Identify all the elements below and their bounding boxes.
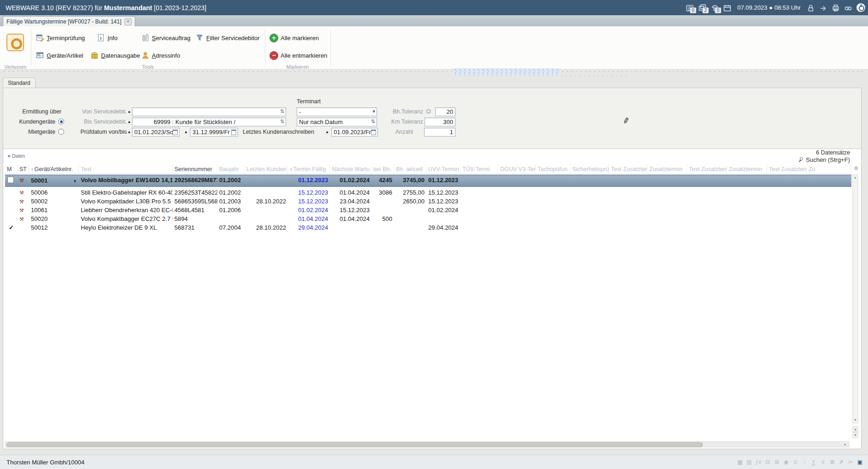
cell-z3[interactable] bbox=[807, 197, 851, 206]
cell-sicherheit[interactable] bbox=[570, 197, 609, 206]
row-checkbox[interactable] bbox=[7, 177, 14, 183]
cell-geraet[interactable]: 50001 bbox=[29, 175, 79, 186]
cell-text[interactable]: Still Elektro-Gabelstapler RX 60-40 4 bbox=[79, 188, 173, 197]
cell-tz3[interactable] bbox=[767, 175, 807, 186]
column-header-z2[interactable]: Zusatztermin bbox=[727, 164, 767, 174]
cell-serien[interactable]: 2356253T45822 bbox=[173, 188, 217, 197]
datenausgabe-button[interactable]: Datenausgabe bbox=[90, 50, 140, 60]
cell-baujahr[interactable]: 07.2004 bbox=[217, 223, 245, 232]
binoculars-icon[interactable] bbox=[844, 4, 852, 12]
horizontal-scrollbar[interactable] bbox=[5, 441, 849, 447]
scroll-up-icon[interactable] bbox=[853, 175, 858, 180]
cell-tuev[interactable] bbox=[461, 197, 498, 206]
cell-tz1[interactable] bbox=[609, 223, 647, 232]
cell-z3[interactable] bbox=[807, 223, 851, 232]
cell-tuev[interactable] bbox=[461, 206, 498, 214]
cell-baujahr[interactable]: 01.2006 bbox=[217, 206, 245, 214]
cell-tuev[interactable] bbox=[461, 223, 498, 232]
cell-dguv[interactable] bbox=[498, 175, 536, 186]
pruefdatum-von-field[interactable]: 01.01.2023/So bbox=[132, 128, 180, 137]
info-button[interactable]: i Info bbox=[97, 33, 118, 43]
cell-z2[interactable] bbox=[727, 175, 767, 186]
cell-uvv[interactable]: 01.02.2024 bbox=[426, 206, 461, 214]
cell-z1[interactable] bbox=[647, 188, 687, 197]
cell-letztes[interactable]: 28.10.2022 bbox=[245, 223, 288, 232]
table-row[interactable]: 50001Volvo Mobilbagger EW140D 14,1-15,29… bbox=[5, 175, 851, 187]
cell-dguv[interactable] bbox=[498, 206, 536, 214]
cell-naechste[interactable]: 15.12.2023 bbox=[330, 206, 371, 214]
adressinfo-button[interactable]: Adressinfo bbox=[141, 50, 180, 60]
cell-tz2[interactable] bbox=[687, 175, 727, 186]
cell-z2[interactable] bbox=[727, 214, 767, 223]
tab-standard[interactable]: Standard bbox=[3, 77, 36, 88]
cell-z1[interactable] bbox=[647, 206, 687, 214]
cell-text[interactable]: Volvo Kompaktbagger EC27C 2.7 t bbox=[79, 214, 173, 223]
cell-tz2[interactable] bbox=[687, 206, 727, 214]
cell-tz2[interactable] bbox=[687, 214, 727, 223]
cell-letztes[interactable] bbox=[245, 214, 288, 223]
table-row[interactable]: ✓50012Heylo Elektroheizer DE 9 XL5687310… bbox=[5, 223, 851, 232]
cell-uvv[interactable] bbox=[426, 214, 461, 223]
scroll-down-icon[interactable] bbox=[853, 417, 858, 423]
horizontal-scrollbar-thumb[interactable] bbox=[6, 442, 703, 447]
cell-tz3[interactable] bbox=[767, 214, 807, 223]
cell-sicherheit[interactable] bbox=[570, 175, 609, 186]
cell-bh_aktuell[interactable] bbox=[394, 223, 426, 232]
column-header-serien[interactable]: Seriennummer bbox=[173, 164, 217, 174]
collapse-icon[interactable]: ⊟ bbox=[764, 459, 771, 465]
cell-z3[interactable] bbox=[807, 188, 851, 197]
table-row[interactable]: 50006Still Elektro-Gabelstapler RX 60-40… bbox=[5, 188, 851, 197]
cell-naechste[interactable]: 01.04.2024 bbox=[330, 214, 371, 223]
window-tab[interactable]: Fällige Wartungstermine [WF0027 - Build:… bbox=[3, 16, 135, 27]
cell-letztes[interactable] bbox=[245, 188, 288, 197]
column-header-z1[interactable]: Zusatztermin bbox=[647, 164, 687, 174]
cell-letztes[interactable] bbox=[245, 206, 288, 214]
cell-serien[interactable]: 292568629M877 bbox=[173, 175, 217, 186]
formula-icon[interactable]: ƒx bbox=[755, 459, 762, 465]
column-header-tz2[interactable]: Text Zusatztermin bbox=[687, 164, 727, 174]
cell-uvv[interactable]: 29.04.2024 bbox=[426, 223, 461, 232]
cell-tz1[interactable] bbox=[609, 214, 647, 223]
column-header-dguv[interactable]: DGUV V3-Term bbox=[498, 164, 536, 174]
target-icon[interactable]: ⊙ bbox=[792, 459, 799, 465]
von-servicedebitor-combo[interactable] bbox=[132, 107, 286, 116]
cell-m[interactable] bbox=[5, 214, 18, 223]
cell-naechste[interactable]: 23.04.2024 bbox=[330, 197, 371, 206]
verlassen-button[interactable] bbox=[5, 32, 26, 53]
cell-bei_bh[interactable] bbox=[371, 223, 394, 232]
cell-tuev[interactable] bbox=[461, 214, 498, 223]
cell-tz1[interactable] bbox=[609, 175, 647, 186]
cell-st[interactable] bbox=[18, 223, 29, 232]
search-hint[interactable]: Suchen (Strg+F) bbox=[798, 156, 850, 163]
cell-bh_aktuell[interactable] bbox=[394, 214, 426, 223]
cell-uvv[interactable]: 15.12.2023 bbox=[426, 197, 461, 206]
list-icon[interactable]: ▤ bbox=[746, 459, 753, 465]
geraete-artikel-button[interactable]: Geräte/Artikel bbox=[36, 50, 84, 60]
print-icon[interactable] bbox=[832, 4, 840, 12]
cell-faellig[interactable]: 01.02.2024 bbox=[288, 206, 330, 214]
tab-close-icon[interactable]: × bbox=[125, 18, 132, 25]
next-row-icon[interactable] bbox=[852, 432, 858, 438]
cell-bei_bh[interactable]: 3086 bbox=[371, 188, 394, 197]
cell-uvv[interactable]: 01.12.2023 bbox=[426, 175, 461, 186]
cell-geraet[interactable]: 50006 bbox=[29, 188, 79, 197]
cell-serien[interactable]: 5894 bbox=[173, 214, 217, 223]
filter-servicedebitor-button[interactable]: Filter Servicedebitor bbox=[196, 33, 260, 43]
table-row[interactable]: 50002Volvo Kompaktlader L30B Pro 5.5 t56… bbox=[5, 197, 851, 206]
cell-z3[interactable] bbox=[807, 206, 851, 214]
share-icon[interactable] bbox=[819, 4, 827, 12]
cell-tz3[interactable] bbox=[767, 197, 807, 206]
cell-text[interactable]: Volvo Mobilbagger EW140D 14,1-15, bbox=[79, 175, 173, 186]
cell-baujahr[interactable] bbox=[217, 214, 245, 223]
cell-z1[interactable] bbox=[647, 214, 687, 223]
cell-letztes[interactable]: 28.10.2022 bbox=[245, 197, 288, 206]
cell-tz2[interactable] bbox=[687, 188, 727, 197]
expand-icon[interactable]: ⊞ bbox=[773, 459, 780, 465]
vertical-scrollbar[interactable] bbox=[852, 174, 858, 423]
sum-icon[interactable]: ∑ bbox=[810, 459, 817, 465]
cell-tacho[interactable] bbox=[536, 223, 570, 232]
cell-tuev[interactable] bbox=[461, 175, 498, 186]
cell-bh_aktuell[interactable]: 2755,00 bbox=[394, 188, 426, 197]
cell-faellig[interactable]: 01.04.2024 bbox=[288, 214, 330, 223]
cell-z2[interactable] bbox=[727, 223, 767, 232]
